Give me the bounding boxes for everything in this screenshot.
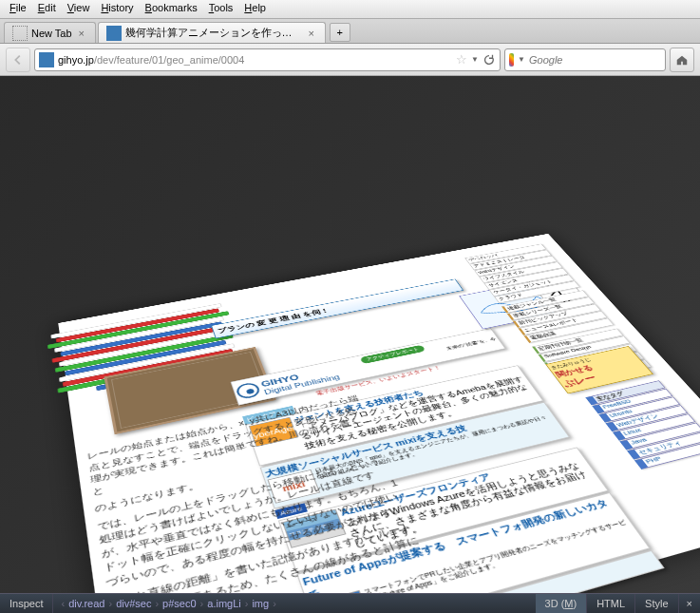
- mode-style-button[interactable]: Style: [635, 594, 678, 613]
- menu-bookmarks[interactable]: Bookmarks: [140, 0, 203, 18]
- inspect-button[interactable]: Inspect: [0, 594, 53, 613]
- nav-toolbar: gihyo.jp /dev/feature/01/geo_anime/0004 …: [0, 44, 700, 76]
- sidebar-item[interactable]: WEB+DB PRESS: [544, 344, 637, 371]
- sidebar-item[interactable]: WEBデザイン: [474, 256, 558, 277]
- home-icon: [675, 53, 689, 67]
- url-domain: gihyo.jp: [58, 54, 94, 66]
- page-3d-layer-base: プランの 変 更 理 由 を伺 ! アクティブレポート GIHYO Digita…: [58, 234, 700, 593]
- sidebar-item[interactable]: ライフスタイル: [479, 262, 562, 283]
- close-devtools-button[interactable]: ×: [679, 594, 700, 613]
- page-3d-viewport[interactable]: プランの 変 更 理 由 を伺 ! アクティブレポート GIHYO Digita…: [0, 76, 700, 593]
- sidebar-item[interactable]: クラウド: [494, 281, 580, 304]
- sidebar-nav: デベロッパ アドミニストレータ WEBデザイン ライフスタイル サイエンス ケー…: [464, 244, 653, 389]
- sidebar-item[interactable]: ニュース&レポート: [518, 311, 607, 335]
- newtab-icon: [12, 26, 28, 41]
- mode-html-button[interactable]: HTML: [587, 594, 635, 613]
- bookmark-star-icon[interactable]: ☆: [456, 52, 467, 67]
- close-icon[interactable]: ×: [76, 28, 87, 39]
- crumb-item[interactable]: div.read: [68, 598, 104, 609]
- url-bar[interactable]: gihyo.jp /dev/feature/01/geo_anime/0004 …: [34, 48, 501, 71]
- sidebar-item[interactable]: Web Site Expert: [551, 352, 645, 379]
- breadcrumb: ‹ div.read › div#sec › p#sec0 › a.imgLi …: [53, 594, 283, 613]
- chevron-down-icon[interactable]: ▼: [471, 55, 479, 64]
- svg-point-0: [543, 278, 560, 287]
- sidebar-item[interactable]: ケータイ・ガジェット: [489, 275, 575, 297]
- search-bar[interactable]: ▼: [504, 48, 666, 71]
- gihyo-logo-icon: [235, 381, 261, 400]
- home-button[interactable]: [670, 48, 694, 72]
- pill-label: アクティブレポート: [360, 345, 426, 364]
- devtools-bar: Inspect ‹ div.read › div#sec › p#sec0 › …: [0, 593, 700, 613]
- menu-history[interactable]: History: [95, 0, 139, 18]
- sidebar-item[interactable]: 連載シリーズ一覧: [507, 297, 596, 320]
- logo-subtitle: 電子出版サービス、いよいよスタート！: [239, 350, 511, 413]
- tab-bar: New Tab × 幾何学計算アニメーションを作って… × +: [0, 19, 700, 44]
- tab-active[interactable]: 幾何学計算アニメーションを作って… ×: [98, 22, 326, 43]
- menu-view[interactable]: View: [62, 0, 96, 18]
- map-thumbnail: [459, 278, 575, 329]
- menu-edit[interactable]: Edit: [32, 0, 62, 18]
- chevron-left-icon[interactable]: ‹: [61, 598, 65, 609]
- crumb-item[interactable]: p#sec0: [162, 598, 196, 609]
- tag-list: 主なタグ FreeBSD Ubuntu Webデザイン Linux Java セ…: [585, 380, 700, 469]
- sidebar-item[interactable]: 新刊ピックアップ: [513, 304, 601, 328]
- dom-stack-decoration: [33, 300, 268, 424]
- mode-3d-button[interactable]: 3D (M): [536, 594, 588, 613]
- banner: プランの 変 更 理 由 を伺 !: [211, 279, 464, 339]
- sidebar-item[interactable]: Software Design: [538, 335, 630, 362]
- crumb-item[interactable]: img: [252, 598, 269, 609]
- tab-newtab[interactable]: New Tab ×: [4, 22, 96, 43]
- sidebar-item[interactable]: 連載ジャンル一覧: [501, 290, 589, 313]
- promo-box: きたみりゅうじ 関かせる ぷレー: [545, 346, 653, 393]
- menu-tools[interactable]: Tools: [203, 0, 239, 18]
- chevron-down-icon[interactable]: ▼: [518, 55, 525, 64]
- logo-text2: Digital Publishing: [263, 373, 341, 395]
- menu-bar: File Edit View History Bookmarks Tools H…: [0, 0, 700, 19]
- tab-title: New Tab: [31, 28, 72, 39]
- google-icon: [509, 53, 514, 67]
- logo-text1: GIHYO: [259, 365, 337, 389]
- search-input[interactable]: [529, 54, 661, 66]
- person-illustration: [527, 273, 593, 314]
- tag-header: 主なタグ: [585, 380, 665, 405]
- sidebar-item[interactable]: 定期刊行物一覧: [532, 329, 623, 354]
- site-favicon: [106, 26, 122, 41]
- close-icon[interactable]: ×: [306, 28, 317, 39]
- menu-file[interactable]: File: [4, 0, 32, 18]
- sidebar-item[interactable]: アドミニストレータ: [469, 250, 552, 270]
- menu-help[interactable]: Help: [238, 0, 272, 18]
- sidebar-item[interactable]: 電脳会議: [523, 318, 614, 343]
- arrow-left-icon: [11, 53, 25, 67]
- url-path: /dev/feature/01/geo_anime/0004: [94, 54, 244, 66]
- back-button[interactable]: [6, 48, 30, 72]
- crumb-item[interactable]: div#sec: [116, 598, 151, 609]
- sidebar-item[interactable]: 組込みプレス: [557, 359, 652, 387]
- sidebar-item[interactable]: デベロッパ: [464, 244, 546, 264]
- chevron-right-icon[interactable]: ›: [273, 598, 276, 609]
- gihyo-logo-panel: GIHYO Digital Publishing 未来の"読書"を、今: [231, 328, 506, 405]
- new-tab-button[interactable]: +: [330, 23, 350, 42]
- reload-icon[interactable]: [482, 53, 496, 67]
- site-favicon: [39, 52, 54, 67]
- tab-title: 幾何学計算アニメーションを作って…: [125, 26, 302, 40]
- crumb-item[interactable]: a.imgLi: [207, 598, 240, 609]
- sidebar-item[interactable]: サイエンス: [484, 268, 569, 290]
